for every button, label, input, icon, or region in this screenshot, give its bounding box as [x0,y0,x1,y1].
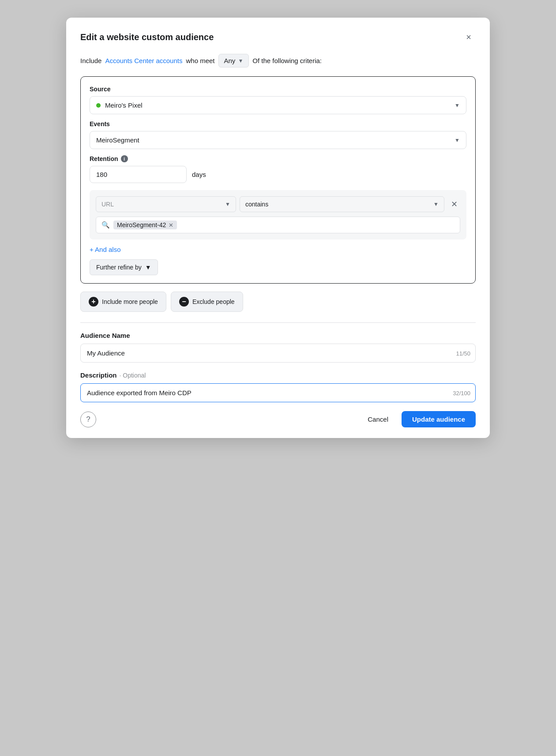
url-dropdown-arrow: ▼ [225,201,230,207]
include-icon: + [89,297,98,307]
search-tag-row: 🔍 MeiroSegment-42 ✕ [96,217,460,233]
criteria-middle: who meet [186,57,214,64]
further-refine-label: Further refine by [96,264,142,271]
criteria-suffix: Of the following criteria: [252,57,322,64]
include-label: Include more people [102,298,158,305]
further-refine-button[interactable]: Further refine by ▼ [90,259,158,275]
search-icon: 🔍 [101,221,110,229]
modal-overlay: Edit a website custom audience × Include… [66,18,490,438]
any-dropdown-arrow: ▼ [238,58,243,64]
source-left: Meiro's Pixel [96,101,143,109]
modal-footer: ? Cancel Update audience [80,411,476,427]
events-value: MeiroSegment [96,136,139,144]
description-input[interactable] [80,383,476,402]
description-section: Description · Optional 32/100 [80,371,476,402]
action-buttons: + Include more people − Exclude people [80,292,476,312]
update-audience-button[interactable]: Update audience [402,411,476,427]
audience-name-char-count: 11/50 [456,350,470,356]
retention-row: days [90,166,466,183]
include-more-button[interactable]: + Include more people [80,292,166,312]
events-dropdown-arrow: ▼ [455,137,460,143]
source-dropdown-arrow: ▼ [455,102,460,109]
source-dropdown[interactable]: Meiro's Pixel ▼ [90,96,466,114]
url-label: URL [101,201,114,208]
filter-close-button[interactable]: ✕ [448,198,460,210]
footer-right: Cancel Update audience [359,411,476,427]
optional-text: · Optional [120,372,146,379]
further-refine-container: Further refine by ▼ [90,259,466,275]
criteria-prefix: Include [80,57,101,64]
source-green-dot [96,103,101,108]
criteria-bar: Include Accounts Center accounts who mee… [80,54,476,67]
cancel-button[interactable]: Cancel [359,411,397,427]
exclude-people-button[interactable]: − Exclude people [171,292,243,312]
days-label: days [192,171,206,178]
tag-close-button[interactable]: ✕ [169,222,173,228]
audience-name-label: Audience Name [80,332,476,339]
close-button[interactable]: × [462,30,476,44]
retention-input[interactable] [90,166,187,183]
description-wrap: 32/100 [80,383,476,402]
retention-info-icon[interactable]: i [121,155,128,162]
audience-name-section: Audience Name 11/50 [80,332,476,363]
any-label: Any [224,57,236,64]
contains-dropdown-arrow: ▼ [433,201,439,207]
events-left: MeiroSegment [96,136,139,144]
modal: Edit a website custom audience × Include… [66,18,490,438]
further-refine-arrow: ▼ [145,264,151,271]
source-label: Source [90,86,466,93]
url-dropdown[interactable]: URL ▼ [96,196,236,212]
description-label: Description · Optional [80,371,476,379]
filter-row: URL ▼ contains ▼ ✕ [96,196,460,212]
retention-label: Retention i [90,155,466,162]
criteria-box: Source Meiro's Pixel ▼ Events MeiroSegme… [80,76,476,284]
tag-value: MeiroSegment-42 [117,221,166,228]
divider [80,322,476,323]
any-dropdown[interactable]: Any ▼ [218,54,249,67]
events-label: Events [90,120,466,127]
help-button[interactable]: ? [80,412,96,427]
filter-tag: MeiroSegment-42 ✕ [113,221,177,229]
contains-dropdown[interactable]: contains ▼ [240,196,444,212]
contains-label: contains [245,201,268,208]
events-dropdown[interactable]: MeiroSegment ▼ [90,131,466,149]
description-char-count: 32/100 [453,389,470,396]
filter-section: URL ▼ contains ▼ ✕ 🔍 MeiroSegment-42 ✕ [90,190,466,240]
modal-title: Edit a website custom audience [80,32,214,42]
accounts-center-link[interactable]: Accounts Center accounts [105,57,182,64]
exclude-label: Exclude people [192,298,235,305]
audience-name-input[interactable] [80,344,476,363]
and-also-link[interactable]: + And also [90,246,120,253]
exclude-icon: − [179,297,189,307]
source-value: Meiro's Pixel [105,101,143,109]
audience-name-wrap: 11/50 [80,344,476,363]
modal-header: Edit a website custom audience × [80,30,476,44]
